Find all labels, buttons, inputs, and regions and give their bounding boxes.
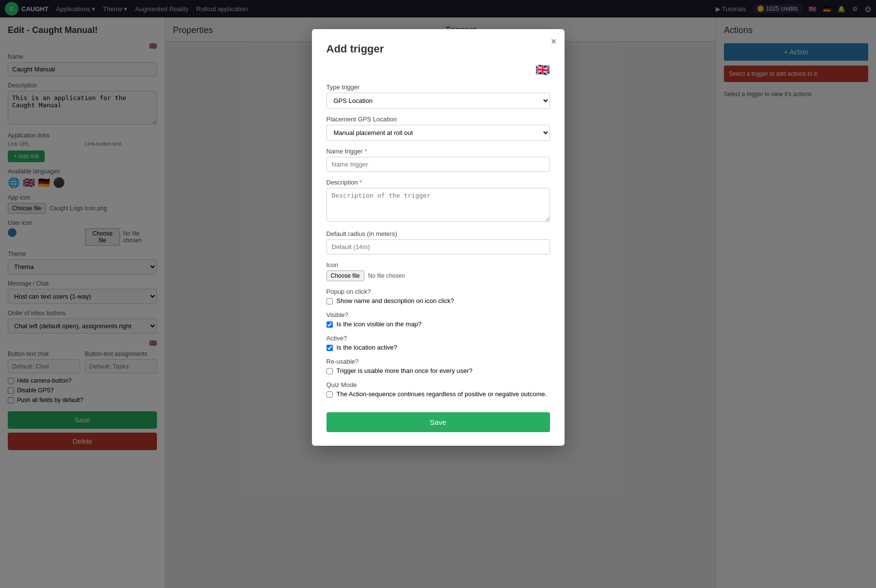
- type-trigger-select[interactable]: GPS Location QR Code NFC Beacon: [326, 93, 550, 109]
- icon-no-file: No file chosen: [368, 272, 405, 279]
- quiz-mode-checkbox-label: The Action-sequence continues regardless…: [337, 390, 547, 398]
- description-trigger-label: Description *: [326, 179, 550, 186]
- reusable-checkbox-label: Trigger is usable more than once for eve…: [337, 367, 473, 374]
- placement-group: Placement GPS Location Manual placement …: [326, 116, 550, 141]
- visible-group: Visible? Is the icon visible on the map?: [326, 311, 550, 328]
- reusable-label: Re-usable?: [326, 358, 550, 365]
- quiz-mode-group: Quiz Mode The Action-sequence continues …: [326, 381, 550, 398]
- icon-label: Icon: [326, 261, 550, 269]
- visible-checkbox-label: Is the icon visible on the map?: [337, 320, 422, 328]
- modal-overlay[interactable]: × Add trigger 🇬🇧 Type trigger GPS Locati…: [0, 0, 876, 588]
- popup-label: Popup on click?: [326, 288, 550, 295]
- reusable-checkbox-group: Trigger is usable more than once for eve…: [326, 367, 550, 374]
- name-trigger-input[interactable]: [326, 157, 550, 172]
- active-checkbox-label: Is the location active?: [337, 344, 397, 351]
- default-radius-label: Default radius (in meters): [326, 230, 550, 237]
- quiz-mode-checkbox[interactable]: [326, 391, 333, 398]
- icon-choose-file-button[interactable]: Choose file: [326, 270, 364, 281]
- default-radius-group: Default radius (in meters): [326, 230, 550, 254]
- name-trigger-label: Name trigger *: [326, 148, 550, 155]
- modal-uk-flag: 🇬🇧: [535, 63, 550, 77]
- modal-title: Add trigger: [326, 43, 550, 55]
- placement-label: Placement GPS Location: [326, 116, 550, 123]
- icon-group: Icon Choose file No file chosen: [326, 261, 550, 281]
- active-checkbox-group: Is the location active?: [326, 344, 550, 351]
- description-trigger-group: Description *: [326, 179, 550, 223]
- popup-checkbox-group: Show name and description on icon click?: [326, 297, 550, 304]
- default-radius-input[interactable]: [326, 239, 550, 254]
- popup-group: Popup on click? Show name and descriptio…: [326, 288, 550, 304]
- quiz-mode-checkbox-group: The Action-sequence continues regardless…: [326, 390, 550, 398]
- popup-checkbox-label: Show name and description on icon click?: [337, 297, 454, 304]
- active-label: Active?: [326, 335, 550, 342]
- add-trigger-modal: × Add trigger 🇬🇧 Type trigger GPS Locati…: [312, 29, 565, 446]
- type-trigger-label: Type trigger: [326, 84, 550, 91]
- type-trigger-group: Type trigger GPS Location QR Code NFC Be…: [326, 84, 550, 109]
- visible-checkbox-group: Is the icon visible on the map?: [326, 320, 550, 328]
- name-trigger-group: Name trigger *: [326, 148, 550, 172]
- placement-select[interactable]: Manual placement at roll out Fixed locat…: [326, 125, 550, 141]
- description-required-star: *: [360, 179, 362, 186]
- modal-save-button[interactable]: Save: [326, 412, 550, 432]
- modal-close-button[interactable]: ×: [551, 36, 557, 47]
- quiz-mode-label: Quiz Mode: [326, 381, 550, 388]
- name-required-star: *: [364, 148, 367, 155]
- reusable-group: Re-usable? Trigger is usable more than o…: [326, 358, 550, 374]
- popup-checkbox[interactable]: [326, 298, 333, 304]
- modal-flag-row: 🇬🇧: [326, 63, 550, 77]
- reusable-checkbox[interactable]: [326, 368, 333, 374]
- visible-checkbox[interactable]: [326, 321, 333, 328]
- active-group: Active? Is the location active?: [326, 335, 550, 351]
- description-trigger-textarea[interactable]: [326, 188, 550, 222]
- visible-label: Visible?: [326, 311, 550, 319]
- active-checkbox[interactable]: [326, 345, 333, 351]
